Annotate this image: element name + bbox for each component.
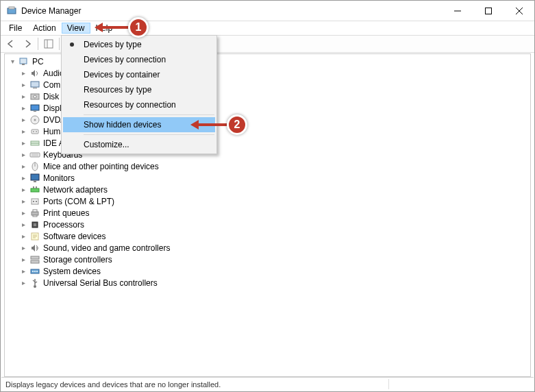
svg-point-37 <box>36 201 37 202</box>
expander-icon[interactable]: ▸ <box>18 209 29 217</box>
menu-item-devices-by-type[interactable]: Devices by type <box>63 37 215 52</box>
show-hide-tree-button[interactable] <box>41 36 56 51</box>
minimize-button[interactable] <box>442 1 473 21</box>
app-icon <box>6 5 17 16</box>
svg-rect-42 <box>34 223 36 226</box>
expander-icon[interactable]: ▸ <box>18 267 29 275</box>
bullet-icon <box>70 42 74 47</box>
hid-icon <box>29 126 40 137</box>
tree-root-label: PC <box>32 57 44 66</box>
menu-action[interactable]: Action <box>27 23 61 34</box>
svg-rect-45 <box>31 260 39 263</box>
expander-icon[interactable]: ▾ <box>8 58 18 65</box>
cpu-icon <box>29 219 40 230</box>
back-button[interactable] <box>3 36 18 51</box>
menu-item-label: Show hidden devices <box>84 120 161 130</box>
expander-icon[interactable]: ▸ <box>18 139 29 147</box>
menu-item-customize[interactable]: Customize... <box>63 137 215 152</box>
mouse-icon <box>29 161 40 172</box>
annotation-marker-2: 2 <box>227 114 247 135</box>
expander-icon[interactable]: ▸ <box>18 221 29 228</box>
tree-item[interactable]: ▸Network adapters <box>5 184 530 195</box>
expander-icon[interactable]: ▸ <box>18 151 29 158</box>
svg-point-22 <box>36 131 37 132</box>
view-menu-dropdown: Devices by typeDevices by connectionDevi… <box>61 35 217 154</box>
menu-separator <box>84 134 214 135</box>
tree-item[interactable]: ▸Storage controllers <box>5 254 530 265</box>
toolbar-separator <box>59 38 60 50</box>
expander-icon[interactable]: ▸ <box>18 81 29 88</box>
menu-item-resources-by-type[interactable]: Resources by type <box>63 82 215 97</box>
network-icon <box>29 184 40 195</box>
tree-item[interactable]: ▸Software devices <box>5 230 530 242</box>
tree-item[interactable]: ▸Universal Serial Bus controllers <box>5 277 530 289</box>
svg-point-50 <box>34 285 36 288</box>
display-icon <box>29 103 40 114</box>
speaker-icon <box>29 68 40 79</box>
annotation-marker-1: 1 <box>128 17 149 38</box>
tree-item[interactable]: ▸Ports (COM & LPT) <box>5 195 530 207</box>
menu-item-devices-by-connection[interactable]: Devices by connection <box>63 52 215 67</box>
forward-button[interactable] <box>20 36 35 51</box>
expander-icon[interactable]: ▸ <box>18 127 29 135</box>
status-text: Displays legacy devices and devices that… <box>5 379 389 389</box>
expander-icon[interactable]: ▸ <box>18 197 29 205</box>
tree-item-label: Software devices <box>43 232 105 241</box>
svg-rect-25 <box>30 153 40 157</box>
svg-rect-16 <box>31 105 39 110</box>
expander-icon[interactable]: ▸ <box>18 244 29 252</box>
computer-icon <box>18 56 29 67</box>
monitor-icon <box>29 173 40 184</box>
tree-item-label: Storage controllers <box>43 255 112 265</box>
menu-item-label: Resources by type <box>84 85 151 95</box>
window-title: Device Manager <box>21 6 442 16</box>
tree-item[interactable]: ▸Processors <box>5 219 530 230</box>
keyboard-icon <box>29 149 40 160</box>
svg-point-21 <box>33 131 34 132</box>
svg-rect-33 <box>33 186 34 188</box>
svg-rect-17 <box>34 111 36 112</box>
tree-item[interactable]: ▸Print queues <box>5 207 530 219</box>
svg-point-19 <box>34 119 36 121</box>
svg-point-48 <box>34 271 36 272</box>
expander-icon[interactable]: ▸ <box>18 186 29 193</box>
computer-icon <box>29 79 40 90</box>
expander-icon[interactable]: ▸ <box>18 174 29 182</box>
expander-icon[interactable]: ▸ <box>18 93 29 100</box>
usb-icon <box>29 278 40 289</box>
svg-rect-38 <box>32 212 38 215</box>
menu-item-label: Customize... <box>84 140 129 149</box>
tree-item-label: Mice and other pointing devices <box>43 162 159 171</box>
tree-item-label: System devices <box>43 267 101 276</box>
svg-rect-3 <box>485 8 491 14</box>
svg-point-15 <box>34 95 36 98</box>
menu-item-label: Devices by container <box>84 70 160 79</box>
expander-icon[interactable]: ▸ <box>18 256 29 263</box>
ide-icon <box>29 138 40 149</box>
titlebar: Device Manager <box>1 1 534 21</box>
tree-item[interactable]: ▸Mice and other pointing devices <box>5 160 530 172</box>
maximize-button[interactable] <box>473 1 503 21</box>
menu-item-resources-by-connection[interactable]: Resources by connection <box>63 97 215 112</box>
expander-icon[interactable]: ▸ <box>18 116 29 123</box>
menu-file[interactable]: File <box>3 23 27 34</box>
expander-icon[interactable]: ▸ <box>18 69 29 77</box>
menu-view[interactable]: View <box>62 23 90 34</box>
tree-item[interactable]: ▸System devices <box>5 265 530 277</box>
expander-icon[interactable]: ▸ <box>18 279 29 286</box>
sound-icon <box>29 243 40 254</box>
svg-rect-10 <box>20 58 27 64</box>
close-button[interactable] <box>503 1 534 21</box>
expander-icon[interactable]: ▸ <box>18 162 29 170</box>
tree-item[interactable]: ▸Sound, video and game controllers <box>5 242 530 254</box>
expander-icon[interactable]: ▸ <box>18 232 29 240</box>
menu-item-devices-by-container[interactable]: Devices by container <box>63 67 215 82</box>
expander-icon[interactable]: ▸ <box>18 104 29 112</box>
window-controls <box>442 1 534 21</box>
tree-item[interactable]: ▸Monitors <box>5 172 530 184</box>
ports-icon <box>29 196 40 207</box>
tree-item-label: Print queues <box>43 208 89 218</box>
system-icon <box>29 266 40 277</box>
menu-separator <box>84 114 214 115</box>
dvd-icon <box>29 114 40 125</box>
